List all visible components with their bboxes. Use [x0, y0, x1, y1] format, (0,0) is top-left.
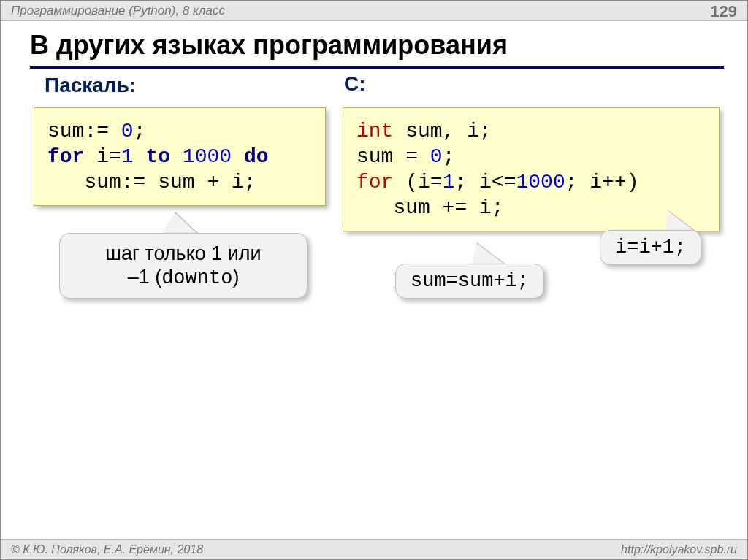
code-text: i=: [84, 145, 121, 168]
footer-bar: © К.Ю. Поляков, Е.А. Ерёмин, 2018 http:/…: [1, 539, 747, 559]
code-text: [232, 145, 244, 168]
callout-mono: downto: [161, 267, 232, 289]
page-number: 129: [710, 2, 737, 21]
callout-text: –1 (: [128, 266, 162, 288]
code-keyword: int: [356, 120, 393, 142]
code-text: [134, 145, 146, 168]
code-text: sum += i;: [356, 196, 504, 219]
code-text: sum:= sum + i;: [47, 171, 256, 193]
slide-title: В других языках программирования: [30, 30, 508, 61]
code-number: 0: [121, 120, 134, 142]
code-number: 1: [121, 145, 134, 168]
callout-line: –1 (downto): [128, 265, 240, 290]
c-label: С:: [344, 72, 366, 96]
pascal-code-box: sum:= 0; for i=1 to 1000 do sum:= sum + …: [34, 107, 326, 206]
header-bar: Программирование (Python), 8 класс 129: [1, 1, 747, 21]
code-number: 1000: [516, 171, 565, 193]
code-text: ;: [443, 145, 455, 168]
code-text: ; i++): [565, 171, 639, 193]
code-number: 1000: [183, 145, 232, 168]
code-text: ;: [134, 120, 146, 142]
title-underline: [30, 66, 724, 69]
code-keyword: for: [356, 171, 393, 193]
code-text: sum =: [356, 145, 430, 168]
callout-tail: [465, 243, 505, 265]
c-increment-callout: i=i+1;: [600, 230, 701, 265]
code-text: (i=: [393, 171, 442, 193]
callout-text: ): [232, 266, 239, 288]
pascal-callout: шаг только 1 или –1 (downto): [59, 233, 308, 299]
code-number: 0: [430, 145, 443, 168]
code-text: ; i<=: [454, 171, 516, 193]
c-sum-callout: sum=sum+i;: [395, 264, 544, 299]
callout-tail: [161, 212, 198, 234]
footer-url: http://kpolyakov.spb.ru: [621, 543, 737, 556]
pascal-label: Паскаль:: [45, 74, 136, 97]
callout-line: шаг только 1 или: [105, 242, 261, 265]
code-number: 1: [443, 171, 455, 193]
code-text: sum:=: [47, 120, 121, 142]
footer-copyright: © К.Ю. Поляков, Е.А. Ерёмин, 2018: [11, 543, 203, 556]
code-keyword: to: [145, 145, 170, 168]
slide: Программирование (Python), 8 класс 129 В…: [0, 0, 748, 560]
code-keyword: for: [47, 145, 84, 168]
code-text: [170, 145, 183, 168]
code-keyword: do: [244, 145, 269, 168]
code-text: sum, i;: [393, 120, 491, 142]
header-topic: Программирование (Python), 8 класс: [11, 4, 225, 18]
